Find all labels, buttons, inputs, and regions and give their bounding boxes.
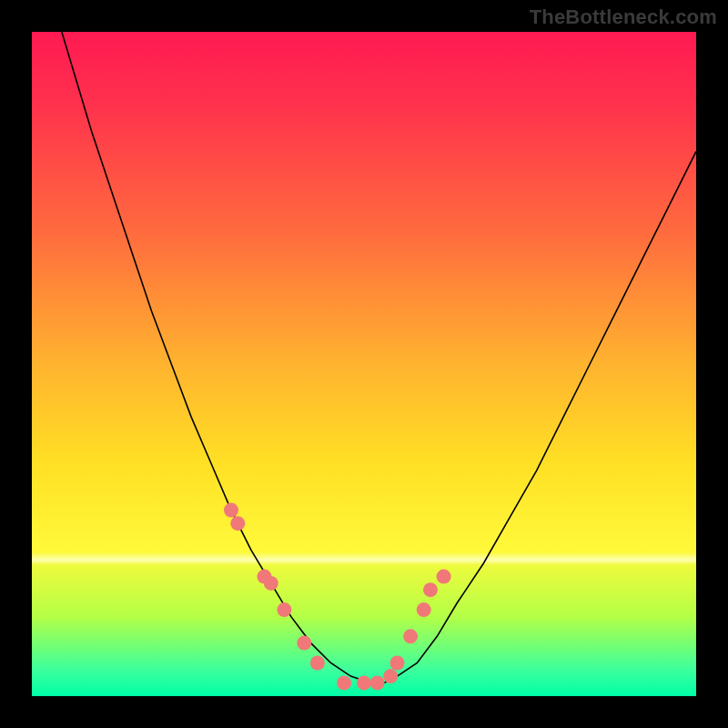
watermark-text: TheBottleneck.com — [530, 5, 717, 29]
curve-marker-dot — [310, 656, 325, 671]
curve-marker-dot — [437, 570, 451, 584]
curve-marker-dot — [277, 602, 291, 617]
bottleneck-curve-layer — [32, 32, 696, 696]
curve-marker-dot — [357, 675, 371, 690]
curve-marker-dot — [264, 576, 278, 591]
curve-marker-dot — [337, 675, 351, 690]
curve-marker-dot — [383, 669, 398, 683]
curve-marker-dot — [230, 516, 245, 531]
curve-marker-dot — [403, 629, 418, 643]
curve-marker-dot — [423, 582, 438, 597]
bottleneck-curve — [32, 32, 696, 682]
curve-marker-dot — [390, 656, 405, 671]
curve-marker-dot — [297, 636, 311, 651]
curve-marker-dot — [224, 503, 238, 518]
plot-area — [32, 32, 696, 696]
curve-marker-dot — [370, 675, 385, 690]
curve-marker-dot — [417, 602, 431, 617]
outer-frame: TheBottleneck.com — [0, 0, 728, 728]
